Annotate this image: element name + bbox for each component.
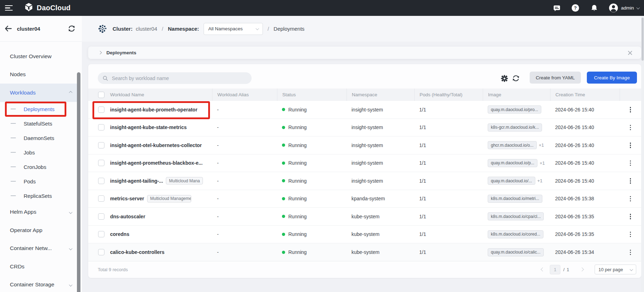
image-chip[interactable]: k8s.m.daocloud.io/cpa/cl... [488,212,544,220]
workload-name-link[interactable]: insight-agent-tailing-... [110,178,163,184]
previous-page-icon[interactable] [540,267,546,272]
sidebar-scrollbar-thumb[interactable] [77,72,80,292]
kebab-menu-icon[interactable] [627,140,634,151]
create-by-image-button[interactable]: Create By Image [587,72,637,84]
hamburger-menu-icon[interactable] [5,4,13,12]
image-chip[interactable]: k8s.m.daocloud.io/metri... [488,195,542,203]
sidebar-item-jobs[interactable]: Jobs [0,145,77,160]
table-row[interactable]: insight-agent-prometheus-blackbox-e... -… [88,154,641,172]
switch-cluster-icon[interactable] [68,25,76,32]
deployments-collapse-bar[interactable]: Deployments [88,47,641,59]
search-input[interactable] [111,75,247,81]
select-all-checkbox[interactable] [98,92,104,98]
back-arrow-icon[interactable] [4,25,12,32]
breadcrumb-cluster-value[interactable]: cluster04 [136,26,157,32]
brand-logo[interactable]: DaoCloud [24,2,71,13]
workload-name-link[interactable]: dns-autoscaler [110,214,145,219]
image-extra-count[interactable]: +1 [537,178,543,183]
namespace-cell: insight-system [347,178,414,184]
sidebar-item-cronjobs[interactable]: CronJobs [0,160,77,174]
help-icon[interactable]: ? [571,4,580,12]
workload-name-link[interactable]: insight-agent-otel-kubernetes-collector [110,142,202,148]
settings-gear-icon[interactable] [500,74,508,83]
sidebar-item-daemonsets[interactable]: DaemonSets [0,131,77,145]
workload-name-link[interactable]: insight-agent-prometheus-blackbox-e... [110,160,203,166]
image-chip[interactable]: quay.m.daocloud.io/p... [488,159,537,167]
table-row[interactable]: insight-agent-kube-prometh-operator - Ru… [88,101,641,119]
sidebar-item-cluster-overview[interactable]: Cluster Overview [0,47,77,66]
table-row[interactable]: metrics-serverMulticloud Management - Ru… [88,190,641,208]
kebab-menu-icon[interactable] [627,105,634,115]
image-chip[interactable]: quay.m.daocloud.io/... [488,177,535,185]
workload-name-link[interactable]: metrics-server [110,196,144,201]
image-chip[interactable]: ghcr.m.daocloud.io/o... [488,141,537,149]
total-pages-label: 1 [567,267,569,272]
notification-bell-icon[interactable] [590,4,598,12]
current-page-box[interactable]: 1 [550,265,560,274]
workload-alias-cell: - [212,178,277,184]
row-checkbox[interactable] [98,178,104,184]
pods-cell: 1/1 [414,231,483,237]
kebab-menu-icon[interactable] [627,176,634,186]
namespace-select[interactable]: All Namespaces [204,23,263,35]
page-scrollbar[interactable] [641,16,644,292]
create-from-yaml-button[interactable]: Create from YAML [530,72,581,84]
image-chip[interactable]: quay.m.daocloud.io/pro... [488,105,541,114]
table-row[interactable]: dns-autoscaler - Running kube-system 1/1… [88,208,641,226]
sidebar-item-workloads[interactable]: Workloads [0,84,77,102]
image-chip[interactable]: k8s.m.daocloud.io/cored... [488,230,543,238]
table-row[interactable]: insight-agent-tailing-...Multicloud Mana… [88,172,641,190]
image-extra-count[interactable]: +1 [539,142,544,148]
kebab-menu-icon[interactable] [627,229,634,239]
table-row[interactable]: calico-kube-controllers - Running kube-s… [88,243,641,261]
sidebar-item-label: Cluster Overview [10,53,52,60]
refresh-icon[interactable] [512,74,520,83]
row-checkbox[interactable] [98,124,104,130]
table-row[interactable]: insight-agent-otel-kubernetes-collector … [88,136,641,154]
sidebar-item-container-storage[interactable]: Container Storage [0,276,77,292]
status-text: Running [288,178,307,184]
workload-name-link[interactable]: insight-agent-kube-state-metrics [110,124,187,130]
sidebar-item-operator-app[interactable]: Operator App [0,221,77,239]
table-row[interactable]: coredns - Running kube-system 1/1 k8s.m.… [88,226,641,244]
row-checkbox[interactable] [98,195,104,202]
workload-name-link[interactable]: insight-agent-kube-prometh-operator [110,107,197,112]
dash-icon [11,195,16,196]
user-account-menu[interactable]: admin [609,3,639,13]
close-icon[interactable] [627,50,633,56]
row-checkbox[interactable] [98,249,104,255]
sidebar-item-crds[interactable]: CRDs [0,257,77,276]
row-checkbox[interactable] [98,213,104,220]
next-page-icon[interactable] [579,267,585,272]
kebab-menu-icon[interactable] [627,122,634,133]
sidebar-item-statefulsets[interactable]: StatefulSets [0,116,77,131]
sidebar-item-container-network[interactable]: Container Netw... [0,239,77,258]
page-scrollbar-thumb[interactable] [642,18,644,61]
row-checkbox[interactable] [98,231,104,237]
image-extra-count[interactable]: +1 [540,160,545,166]
sidebar-scrollbar[interactable] [77,58,80,292]
chat-bubble-icon[interactable] [553,4,561,12]
image-chip[interactable]: k8s-gcr.m.daocloud.io/k... [488,123,542,132]
kebab-menu-icon[interactable] [627,158,634,168]
column-header-status: Status [277,89,347,101]
kebab-menu-icon[interactable] [627,194,634,204]
kebab-menu-icon[interactable] [627,212,634,222]
avatar [609,3,618,13]
row-checkbox[interactable] [98,160,104,166]
row-checkbox[interactable] [98,107,104,113]
sidebar-item-helm-apps[interactable]: Helm Apps [0,203,77,221]
sidebar-item-replicasets[interactable]: ReplicaSets [0,189,77,203]
workload-name-link[interactable]: calico-kube-controllers [110,249,164,255]
sidebar-item-deployments[interactable]: Deployments [0,102,77,116]
table-row[interactable]: insight-agent-kube-state-metrics - Runni… [88,119,641,137]
creation-time-cell: 2024-06-26 15:40 [550,178,620,184]
image-chip[interactable]: quay.m.daocloud.io/calic... [488,248,544,256]
sidebar-item-nodes[interactable]: Nodes [0,66,77,84]
sidebar-item-pods[interactable]: Pods [0,174,77,189]
per-page-select[interactable]: 10 per page [595,264,636,274]
chevron-up-icon [69,91,72,94]
row-checkbox[interactable] [98,142,104,148]
workload-name-link[interactable]: coredns [110,231,129,237]
kebab-menu-icon[interactable] [627,247,634,257]
